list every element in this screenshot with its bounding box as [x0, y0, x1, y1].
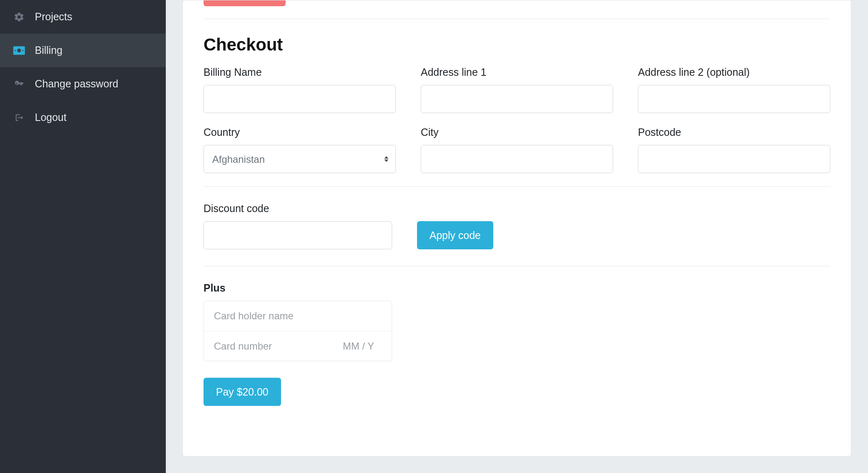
- svg-point-1: [17, 48, 21, 52]
- label-discount: Discount code: [204, 203, 392, 215]
- label-postcode: Postcode: [638, 126, 830, 138]
- label-address2: Address line 2 (optional): [638, 66, 830, 78]
- svg-point-2: [15, 50, 16, 51]
- input-card-expiry[interactable]: [343, 340, 388, 352]
- sidebar-item-label: Logout: [35, 111, 66, 123]
- input-city[interactable]: [421, 145, 613, 173]
- main-content: Checkout Billing Name Address line 1 Add…: [166, 0, 868, 473]
- pay-row: Pay $20.00: [204, 378, 830, 406]
- field-postcode: Postcode: [638, 126, 830, 173]
- field-city: City: [421, 126, 613, 173]
- field-billing-name: Billing Name: [204, 66, 396, 113]
- partial-danger-button[interactable]: [204, 0, 286, 6]
- sidebar-item-change-password[interactable]: Change password: [0, 67, 166, 101]
- label-country: Country: [204, 126, 396, 138]
- divider: [204, 186, 830, 187]
- input-discount[interactable]: [204, 221, 392, 249]
- label-city: City: [421, 126, 613, 138]
- sidebar-item-label: Billing: [35, 44, 63, 56]
- pay-button[interactable]: Pay $20.00: [204, 378, 281, 406]
- sidebar-item-projects[interactable]: Projects: [0, 0, 166, 34]
- input-address2[interactable]: [638, 85, 830, 113]
- key-icon: [13, 79, 25, 89]
- divider: [204, 266, 830, 266]
- money-icon: [13, 46, 25, 55]
- apply-code-button[interactable]: Apply code: [417, 221, 493, 249]
- logout-icon: [13, 113, 25, 123]
- plan-name: Plus: [204, 282, 830, 294]
- checkout-heading: Checkout: [204, 35, 830, 55]
- sidebar-item-billing[interactable]: Billing: [0, 34, 166, 67]
- card-input-block: [204, 301, 392, 361]
- sidebar-item-label: Change password: [35, 78, 119, 90]
- label-billing-name: Billing Name: [204, 66, 396, 78]
- gears-icon: [13, 12, 25, 22]
- label-address1: Address line 1: [421, 66, 613, 78]
- sidebar: Projects Billing Change password Logout: [0, 0, 166, 473]
- input-card-holder[interactable]: [214, 310, 382, 322]
- discount-row: Discount code Apply code: [204, 203, 830, 249]
- input-card-number[interactable]: [214, 340, 338, 352]
- divider: [204, 19, 830, 19]
- form-row: Country Afghanistan City: [204, 126, 830, 173]
- field-country: Country Afghanistan: [204, 126, 396, 173]
- svg-point-3: [22, 50, 24, 51]
- card-number-row: [204, 331, 392, 361]
- sidebar-item-label: Projects: [35, 11, 72, 23]
- field-address1: Address line 1: [421, 66, 613, 113]
- form-row: Billing Name Address line 1 Address line…: [204, 66, 830, 113]
- sidebar-item-logout[interactable]: Logout: [0, 101, 166, 134]
- input-billing-name[interactable]: [204, 85, 396, 113]
- field-address2: Address line 2 (optional): [638, 66, 830, 113]
- select-country[interactable]: Afghanistan: [204, 145, 396, 173]
- input-postcode[interactable]: [638, 145, 830, 173]
- checkout-card: Checkout Billing Name Address line 1 Add…: [182, 0, 851, 456]
- top-button-fragment: [204, 0, 830, 19]
- field-discount: Discount code: [204, 203, 392, 249]
- card-holder-row: [204, 301, 392, 331]
- input-address1[interactable]: [421, 85, 613, 113]
